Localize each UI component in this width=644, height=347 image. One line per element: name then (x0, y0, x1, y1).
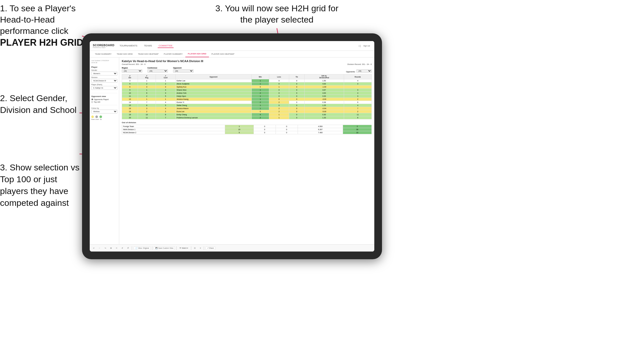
logo-text: SCOREBOARD (93, 44, 114, 47)
h2h-table: #Div #Reg #Conf Opponent Win Loss Tie Di… (122, 74, 372, 119)
filter-conference-select[interactable]: (All) (147, 69, 168, 73)
out-div-table: Foreign Team 1 0 0 4.500 2 NAIA Division… (122, 125, 372, 134)
sidebar-player-rank-select[interactable]: 8. Katelyn Vo (91, 86, 117, 90)
cell-rounds: 2 (344, 98, 371, 101)
out-cell-tie: 0 (276, 131, 298, 134)
toolbar-redo[interactable]: ↪ (103, 247, 107, 250)
cell-rounds: 3 (344, 95, 371, 98)
out-cell-win: 5 (225, 131, 254, 134)
toolbar-view-original[interactable]: 📄 View: Original (134, 246, 150, 250)
sub-nav: TEAM SUMMARY TEAM H2H GRID TEAM H2H HEAT… (90, 51, 374, 57)
cell-reg: 2 (138, 110, 156, 113)
cell-conf: 4 (156, 107, 176, 110)
data-content: Katelyn Vo Head-to-Head Grid for Women's… (119, 57, 374, 244)
cell-conf: 7 (156, 116, 176, 119)
opponent-view-title: Opponent view (91, 95, 117, 98)
cell-loss: 0 (269, 92, 289, 95)
filter-region-title: Region (122, 67, 142, 69)
filter-row: Region (All) Conference (All) Opponent (… (122, 67, 372, 73)
filter-region-group: Region (All) (122, 67, 142, 73)
cell-rounds: 2 (344, 110, 371, 113)
th-diff: Diff AvStrokes/Rnd (304, 74, 344, 79)
cell-loss: 0 (269, 95, 289, 98)
cell-reg: 2 (138, 82, 156, 85)
cell-div: 14 (122, 101, 138, 104)
instruction-text-4: 3. Show selection vs Top 100 or just pla… (0, 162, 79, 208)
cell-loss: 0 (269, 82, 289, 85)
colour-by-select[interactable]: Win/loss (91, 110, 117, 113)
toolbar-undo[interactable]: ↩ (92, 247, 96, 250)
cell-opponent: Sydney Kuo (176, 85, 252, 89)
cell-div: 20 (122, 116, 138, 119)
subnav-player-h2h-heatmap[interactable]: PLAYER H2H HEATMAP (209, 51, 237, 57)
table-row: 6 3 3 Sydney Kuo 0 1 0 -1.00 (122, 85, 372, 89)
cell-reg: 8 (138, 104, 156, 107)
cell-rounds: 11 (344, 113, 371, 116)
subnav-team-summary[interactable]: TEAM SUMMARY (92, 51, 114, 57)
out-cell-name: NCAA Division 2 (122, 131, 225, 134)
subnav-team-h2h-grid[interactable]: TEAM H2H GRID (114, 51, 135, 57)
nav-teams[interactable]: TEAMS (143, 44, 153, 48)
toolbar-back[interactable]: ← (97, 247, 102, 249)
subnav-team-h2h-heatmap[interactable]: TEAM H2H HEATMAP (135, 51, 161, 57)
toolbar-watch[interactable]: 👁 Watch ▾ (178, 247, 189, 250)
cell-loss: 0 (269, 79, 289, 82)
table-row: 14 7 4 Eunice Yi 2 2 0 0.38 9 (122, 101, 372, 104)
subnav-player-h2h-grid[interactable]: PLAYER H2H GRID (185, 51, 209, 57)
instruction-text-3: 3. You will now see H2H grid for the pla… (215, 3, 338, 24)
opponents-select[interactable]: (All) (356, 69, 372, 73)
cell-div: 16 (122, 107, 138, 110)
out-cell-rounds: 30 (343, 128, 372, 131)
filter-region-select[interactable]: (All) (122, 69, 142, 73)
radio-group: Opponents Played Top 100 (91, 99, 117, 103)
cell-diff: 1.25 (304, 104, 344, 107)
cell-conf: 5 (156, 104, 176, 107)
tablet-screen: SCOREBOARD Powered by clippd TOURNAMENTS… (90, 41, 374, 252)
toolbar-grid[interactable]: ⊞ (109, 247, 113, 250)
cell-tie: 0 (289, 101, 305, 104)
sidebar-division-select[interactable]: NCAA Division III NCAA Division I NCAA D… (91, 79, 117, 83)
cell-loss: 1 (269, 113, 289, 116)
out-cell-tie: 0 (276, 128, 298, 131)
subnav-player-summary[interactable]: PLAYER SUMMARY (161, 51, 185, 57)
toolbar-menu[interactable]: ≡ (198, 247, 202, 249)
toolbar-divider-1 (132, 246, 132, 250)
toolbar-scissors[interactable]: ✂ (115, 247, 119, 250)
nav-tournaments[interactable]: TOURNAMENTS (118, 44, 138, 48)
toolbar-timer[interactable]: ⏱ (126, 247, 130, 249)
toolbar-divider-5 (204, 246, 204, 250)
sidebar-gender-select[interactable]: Women's Men's (91, 72, 117, 75)
cell-conf: 1 (156, 98, 176, 101)
cell-div: 11 (122, 95, 138, 98)
cell-loss: 1 (269, 116, 289, 119)
sign-out-button[interactable]: Sign out (362, 44, 371, 47)
toolbar-rotate[interactable]: ↺ (120, 247, 124, 250)
cell-loss: 0 (269, 98, 289, 101)
table-row: 9 1 4 Sharon Mun 1 0 0 3.67 3 (122, 89, 372, 92)
radio-top100[interactable]: Top 100 (91, 101, 117, 103)
toolbar-share[interactable]: ↗ Share (206, 246, 216, 250)
cell-diff: 3.33 (304, 95, 344, 98)
out-cell-diff: 9.267 (298, 128, 343, 131)
nav-committee[interactable]: COMMITTEE (158, 44, 174, 48)
colour-swatches (91, 115, 117, 118)
bottom-toolbar: ↩ ← ↪ ⊞ ✂ ↺ ⏱ 📄 View: Original 💾 Save Cu… (90, 244, 374, 252)
cell-win: 1 (251, 82, 269, 85)
cell-div: 10 (122, 92, 138, 95)
toolbar-save-custom[interactable]: 💾 Save Custom View (154, 246, 175, 250)
th-reg: #Reg (138, 74, 156, 79)
table-row: 10 6 3 Andrea York 2 0 0 4.00 4 (122, 92, 372, 95)
cell-conf: 6 (156, 113, 176, 116)
toolbar-layout[interactable]: ⊡ (193, 247, 197, 250)
sidebar-player-title: Player (91, 66, 117, 68)
cell-loss: 2 (269, 107, 289, 110)
radio-opponents-played[interactable]: Opponents Played (91, 99, 117, 100)
cell-div: 19 (122, 113, 138, 116)
cell-rounds (344, 85, 371, 89)
filter-opponent-select[interactable]: (All) (173, 69, 194, 73)
cell-win: 0 (251, 85, 269, 89)
cell-reg: 3 (138, 85, 156, 89)
app-header: SCOREBOARD Powered by clippd TOURNAMENTS… (90, 41, 374, 51)
sidebar-division-label: Division (91, 76, 117, 78)
out-div-row: NCAA Division 2 5 0 0 7.400 10 (122, 131, 372, 134)
